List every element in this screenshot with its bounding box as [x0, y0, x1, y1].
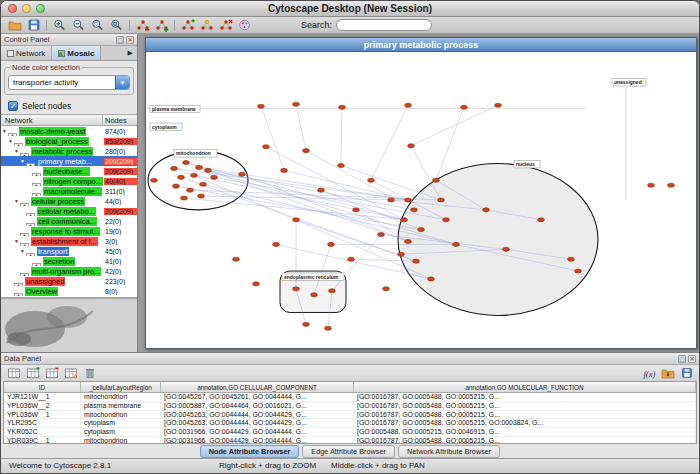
expand-arrow-icon[interactable]: ▼ [13, 238, 20, 244]
network-node[interactable] [339, 105, 346, 109]
network-node[interactable] [433, 178, 440, 182]
float-panel-icon[interactable]: ▢ [116, 36, 124, 44]
unhide-all-button[interactable] [152, 18, 171, 33]
network-node[interactable] [200, 182, 207, 186]
network-node[interactable] [405, 198, 412, 202]
tree-column-nodes[interactable]: Nodes [103, 115, 137, 125]
tree-row[interactable]: multi-organism pro...42(0) [1, 266, 137, 276]
zoom-in-button[interactable] [50, 18, 69, 33]
network-node[interactable] [353, 208, 360, 212]
tab-mosaic[interactable]: Mosaic [52, 46, 101, 60]
network-overview[interactable] [1, 298, 137, 352]
network-node[interactable] [196, 165, 203, 169]
network-node[interactable] [329, 289, 336, 293]
network-node[interactable] [328, 242, 335, 246]
tree-row[interactable]: ▼biological_process853(209) [1, 136, 137, 146]
expand-arrow-icon[interactable]: ▼ [13, 198, 20, 204]
network-graph[interactable]: plasma membranecytoplasmmitochondrionnuc… [146, 52, 696, 348]
network-node[interactable] [388, 198, 395, 202]
network-node[interactable] [191, 173, 198, 177]
network-node[interactable] [503, 247, 510, 251]
expand-arrow-icon[interactable]: ▼ [1, 128, 8, 134]
network-node[interactable] [461, 105, 468, 109]
network-node[interactable] [293, 218, 300, 222]
network-canvas[interactable]: plasma membranecytoplasmmitochondrionnuc… [146, 52, 696, 348]
edit-attribute-button[interactable] [61, 366, 80, 381]
network-node[interactable] [178, 175, 185, 179]
hide-selected-button[interactable] [133, 18, 152, 33]
network-node[interactable] [233, 257, 240, 261]
new-network-button[interactable] [178, 18, 197, 33]
network-node[interactable] [263, 145, 270, 149]
network-node[interactable] [338, 163, 345, 167]
tab-node-attribute-browser[interactable]: Node Attribute Browser [200, 445, 300, 458]
column-header[interactable]: annotation.GO MOLECULAR_FUNCTION [354, 382, 696, 392]
save-attributes-button[interactable] [677, 366, 696, 381]
network-node[interactable] [443, 218, 450, 222]
select-attributes-button[interactable] [4, 366, 23, 381]
tree-row[interactable]: ▼transport45(0) [1, 246, 137, 256]
tree-row[interactable]: nitrogen compo...40(40) [1, 176, 137, 186]
delete-attribute-button[interactable] [42, 366, 61, 381]
zoom-fit-button[interactable] [107, 18, 126, 33]
network-node[interactable] [348, 257, 355, 261]
zoom-window-button[interactable] [36, 4, 45, 13]
tree-row[interactable]: Overview8(0) [1, 286, 137, 296]
network-node[interactable] [413, 259, 420, 263]
expand-arrow-icon[interactable]: ▼ [19, 158, 26, 164]
network-node[interactable] [495, 103, 502, 107]
tab-network[interactable]: Network [1, 46, 52, 60]
create-attribute-button[interactable] [23, 366, 42, 381]
close-panel-icon[interactable]: ✕ [688, 355, 696, 363]
table-row[interactable]: YDR039C__1mitochondrion[GO:0031966, GO:0… [4, 437, 696, 443]
network-node[interactable] [398, 252, 405, 256]
network-node[interactable] [383, 287, 390, 291]
node-color-attribute-select[interactable]: transporter activity ▼ [8, 75, 130, 90]
tree-row[interactable]: cell communica...22(0) [1, 216, 137, 226]
column-header[interactable]: ID [4, 382, 81, 392]
network-node[interactable] [325, 326, 332, 330]
network-node[interactable] [198, 194, 205, 198]
network-node[interactable] [171, 166, 178, 170]
tab-network-attribute-browser[interactable]: Network Attribute Browser [398, 445, 500, 458]
network-node[interactable] [401, 218, 408, 222]
network-node[interactable] [281, 168, 288, 172]
network-node[interactable] [428, 277, 435, 281]
tree-row[interactable]: ▼mosaic-demo-yeast874(0) [1, 126, 137, 136]
network-node[interactable] [648, 183, 655, 187]
tree-row[interactable]: secretion41(0) [1, 256, 137, 266]
tree-row[interactable]: nucleobase...209(209) [1, 166, 137, 176]
tree-row[interactable]: ▼metabolic process280(0) [1, 146, 137, 156]
network-node[interactable] [205, 168, 212, 172]
network-node[interactable] [438, 198, 445, 202]
tree-row[interactable]: ▼cellular process44(0) [1, 196, 137, 206]
network-node[interactable] [568, 257, 575, 261]
network-node[interactable] [151, 178, 158, 182]
network-node[interactable] [538, 218, 545, 222]
minimize-window-button[interactable] [22, 4, 31, 13]
zoom-selected-button[interactable] [88, 18, 107, 33]
tab-edge-attribute-browser[interactable]: Edge Attribute Browser [302, 445, 395, 458]
select-nodes-checkbox[interactable]: ✓ [8, 101, 18, 111]
search-input[interactable] [336, 19, 432, 31]
network-node[interactable] [453, 242, 460, 246]
tree-row[interactable]: ▼establishment of l...3(0) [1, 236, 137, 246]
column-header[interactable]: _cellularLayoutRegion [81, 382, 161, 392]
tab-overflow-arrow[interactable]: ▶ [124, 46, 137, 60]
network-from-selection-button[interactable] [197, 18, 216, 33]
network-node[interactable] [293, 102, 300, 106]
network-node[interactable] [183, 160, 190, 164]
network-node[interactable] [378, 232, 385, 236]
network-node[interactable] [187, 188, 194, 192]
table-row[interactable]: YJR121W__1mitochondrion[GO:0045267, GO:0… [4, 393, 696, 402]
network-node[interactable] [303, 322, 310, 326]
network-node[interactable] [293, 287, 300, 291]
tree-row[interactable]: ▼primary metab...209(209) [1, 156, 137, 166]
tree-column-network[interactable]: Network [1, 115, 103, 125]
zoom-out-button[interactable] [69, 18, 88, 33]
network-node[interactable] [181, 196, 188, 200]
network-node[interactable] [258, 104, 265, 108]
column-header[interactable]: annotation.GO CELLULAR_COMPONENT [161, 382, 354, 392]
network-node[interactable] [273, 242, 280, 246]
close-panel-icon[interactable]: ✕ [126, 36, 134, 44]
